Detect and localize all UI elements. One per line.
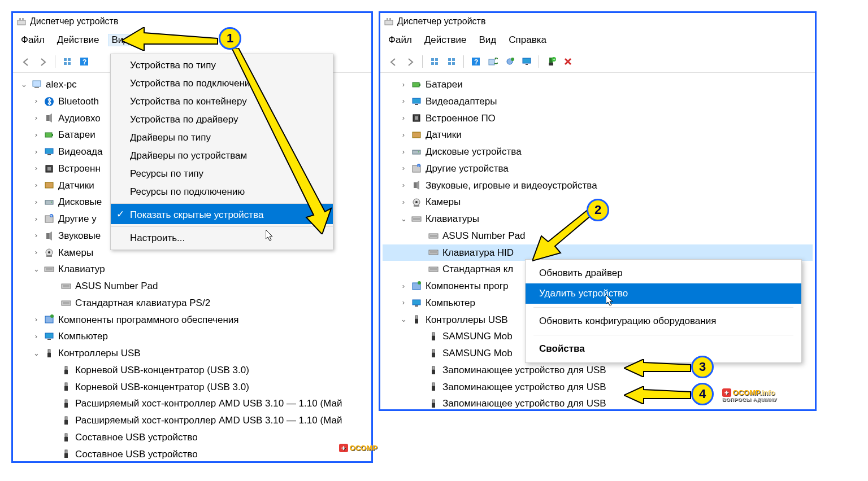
keyboard-icon — [44, 264, 55, 274]
toolbar-scan-icon[interactable] — [485, 54, 500, 69]
usb-icon — [44, 348, 55, 358]
usb-samsung1[interactable]: SAMSUNG Mob — [442, 328, 513, 345]
keyboard-icon — [411, 214, 422, 224]
watermark: +OCOMP — [339, 444, 377, 452]
annotation-marker-1: 1 — [219, 27, 241, 50]
cat-sensors[interactable]: Датчики — [58, 177, 94, 194]
cat-sound[interactable]: Звуковые, игровые и видеоустройства — [426, 177, 597, 194]
toolbar-gear-icon[interactable] — [502, 54, 517, 69]
kb-hid[interactable]: Клавиатура HID — [442, 244, 514, 261]
window-title: Диспетчер устройств — [397, 16, 485, 27]
usb-icon — [60, 432, 72, 443]
ctx-rescan[interactable]: Обновить конфигурацию оборудования — [526, 311, 801, 331]
menu-view[interactable]: Вид — [479, 34, 497, 46]
annotation-arrow-1a — [121, 27, 220, 51]
menu-help[interactable]: Справка — [509, 34, 546, 46]
toolbar-grid-icon[interactable] — [427, 54, 442, 69]
check-icon: ✓ — [116, 208, 124, 220]
cat-audio-in[interactable]: Аудиовхо — [58, 110, 101, 127]
cat-disks[interactable]: Дисковые устройства — [426, 143, 522, 160]
toolbar-forward-icon[interactable] — [36, 54, 50, 69]
cat-computer[interactable]: Компьютер — [58, 328, 108, 345]
ctx-update-driver[interactable]: Обновить драйвер — [526, 263, 801, 283]
speaker-icon — [44, 113, 55, 123]
toolbar-back-icon[interactable] — [19, 54, 33, 69]
toolbar-help-icon[interactable] — [77, 54, 92, 69]
menu-action[interactable]: Действие — [424, 34, 467, 46]
cat-battery[interactable]: Батареи — [58, 126, 96, 143]
cat-keyboards[interactable]: Клавиатур — [58, 261, 105, 278]
toolbar-delete-icon[interactable] — [561, 54, 575, 69]
usb-storage1[interactable]: Запоминающее устройство для USB — [442, 362, 606, 379]
keyboard-icon — [60, 298, 72, 308]
cat-computer[interactable]: Компьютер — [426, 295, 475, 312]
cat-other[interactable]: Другие устройства — [426, 160, 509, 177]
cat-cameras[interactable]: Камеры — [426, 194, 461, 211]
cat-sound[interactable]: Звуковые — [58, 228, 101, 244]
cursor-icon — [266, 230, 275, 241]
usb-root2[interactable]: Корневой USB-концентратор (USB 3.0) — [75, 379, 249, 396]
usb-comp1[interactable]: Составное USB устройство — [75, 429, 198, 446]
usb-icon — [428, 382, 439, 392]
menu-file[interactable]: Файл — [21, 34, 45, 46]
usb-host1[interactable]: Расширяемый хост-контроллер AMD USB 3.10… — [75, 395, 342, 412]
cat-bluetooth[interactable]: Bluetooth — [58, 93, 99, 110]
root-node[interactable]: alex-pc — [46, 76, 77, 93]
sensor-icon — [44, 180, 55, 190]
usb-root1[interactable]: Корневой USB-концентратор (USB 3.0) — [75, 362, 249, 379]
disk-icon — [44, 197, 55, 207]
toolbar-sep — [55, 55, 55, 68]
kb-asus[interactable]: ASUS Number Pad — [442, 228, 525, 244]
cat-cameras[interactable]: Камеры — [58, 244, 93, 261]
cat-keyboards[interactable]: Клавиатуры — [426, 211, 479, 228]
ctx-properties[interactable]: Свойства — [526, 339, 801, 359]
context-menu[interactable]: Обновить драйвер Удалить устройство Обно… — [525, 259, 802, 363]
speaker-icon — [44, 231, 55, 241]
ctx-delete-device[interactable]: Удалить устройство — [526, 283, 801, 304]
pc-icon — [31, 80, 42, 90]
usb-host2[interactable]: Расширяемый хост-контроллер AMD USB 3.10… — [75, 412, 342, 429]
cat-fw[interactable]: Встроенное ПО — [426, 110, 496, 127]
kb-std[interactable]: Стандартная кл — [442, 261, 513, 278]
toolbar-monitor-icon[interactable] — [519, 54, 534, 69]
cat-sensors[interactable]: Датчики — [426, 126, 462, 143]
cat-video[interactable]: Видеоадаптеры — [426, 93, 497, 110]
usb-icon — [60, 449, 72, 459]
menu-action[interactable]: Действие — [57, 34, 99, 46]
cat-usb[interactable]: Контроллеры USB — [426, 312, 508, 329]
menu-file[interactable]: Файл — [388, 34, 412, 46]
cat-battery[interactable]: Батареи — [426, 76, 463, 93]
toolbar-help-icon[interactable] — [468, 54, 483, 69]
cat-software[interactable]: Компоненты прогр — [426, 278, 508, 295]
toolbar-sep — [539, 55, 539, 68]
chip-icon — [44, 164, 55, 174]
toolbar-add-icon[interactable] — [544, 54, 558, 69]
battery-icon — [411, 80, 422, 90]
usb-icon — [60, 416, 72, 426]
kb-ps2[interactable]: Стандартная клавиатура PS/2 — [75, 295, 210, 312]
usb-storage3[interactable]: Запоминающее устройство для USB — [442, 395, 606, 412]
watermark: +OCOMP.info ВОПРОСЫ АДМИНУ — [722, 388, 777, 403]
usb-comp2[interactable]: Составное USB устройство — [75, 446, 198, 463]
other-icon — [44, 214, 55, 224]
usb-icon — [60, 399, 72, 409]
toolbar-grid2-icon[interactable] — [444, 54, 459, 69]
cat-disks[interactable]: Дисковые — [58, 194, 102, 211]
kb-asus[interactable]: ASUS Number Pad — [75, 278, 158, 295]
usb-samsung2[interactable]: SAMSUNG Mob — [442, 345, 513, 362]
cat-video[interactable]: Видеоада — [58, 143, 103, 160]
cat-usb[interactable]: Контроллеры USB — [58, 345, 141, 362]
keyboard-icon — [60, 281, 72, 291]
monitor-icon — [411, 97, 422, 107]
usb-storage2[interactable]: Запоминающее устройство для USB — [442, 379, 606, 396]
usb-icon — [428, 331, 439, 342]
toolbar-grid-icon[interactable] — [60, 54, 75, 69]
toolbar-back-icon[interactable] — [386, 54, 401, 69]
svg-marker-51 — [624, 359, 691, 377]
cat-software[interactable]: Компоненты программного обеспечения — [58, 312, 239, 329]
window-title: Диспетчер устройств — [30, 16, 118, 27]
device-tree[interactable]: ›Батареи ›Видеоадаптеры ›Встроенное ПО ›… — [380, 73, 815, 416]
toolbar-forward-icon[interactable] — [403, 54, 418, 69]
cat-fw[interactable]: Встроенн — [58, 160, 101, 177]
cat-other[interactable]: Другие у — [58, 211, 97, 228]
